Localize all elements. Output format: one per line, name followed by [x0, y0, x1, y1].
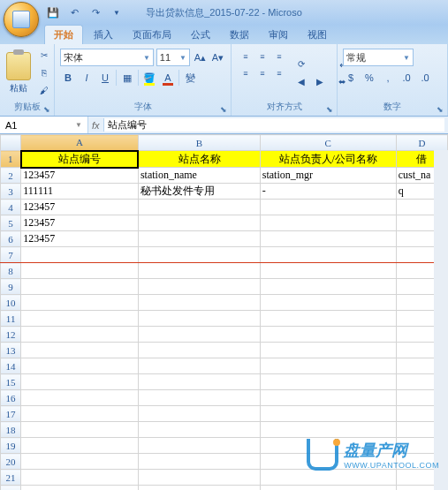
row-header[interactable]: 10	[1, 295, 21, 311]
percent-format-icon[interactable]: %	[361, 69, 377, 87]
cell[interactable]	[260, 279, 396, 295]
cell[interactable]	[21, 263, 139, 279]
cell[interactable]: 秘书处发件专用	[138, 184, 260, 200]
cell[interactable]	[21, 422, 139, 438]
cell[interactable]	[138, 390, 260, 406]
cell[interactable]	[21, 279, 139, 295]
number-format-combo[interactable]: 常规▼	[343, 49, 414, 66]
cell[interactable]	[260, 263, 396, 279]
row-header[interactable]: 16	[1, 390, 21, 406]
row-header[interactable]: 14	[1, 358, 21, 374]
tab-review[interactable]: 审阅	[260, 26, 297, 44]
number-launcher-icon[interactable]: ⬊	[435, 104, 445, 115]
orientation-icon[interactable]: ⟳	[293, 57, 309, 72]
cell[interactable]	[21, 406, 139, 422]
cell[interactable]	[21, 295, 139, 311]
cell[interactable]: station_mgr	[260, 168, 396, 184]
cell[interactable]: station_name	[138, 168, 260, 184]
tab-home[interactable]: 开始	[44, 25, 83, 44]
row-header[interactable]: 18	[1, 422, 21, 438]
cell[interactable]	[260, 247, 396, 263]
header-cell[interactable]: 站点负责人/公司名称	[260, 151, 396, 168]
tab-insert[interactable]: 插入	[85, 26, 122, 44]
bold-button[interactable]: B	[60, 69, 76, 87]
col-header-A[interactable]: A	[21, 135, 139, 151]
cell[interactable]: 123457	[21, 168, 139, 184]
cell[interactable]	[260, 358, 396, 374]
save-icon[interactable]: 💾	[44, 4, 62, 21]
cell[interactable]	[138, 327, 260, 343]
select-all-corner[interactable]	[1, 135, 21, 151]
tab-formulas[interactable]: 公式	[182, 26, 219, 44]
spreadsheet-grid[interactable]: ABCD1站点编号站点名称站点负责人/公司名称借2123457station_n…	[0, 134, 448, 490]
font-launcher-icon[interactable]: ⬊	[218, 104, 229, 115]
align-left-icon[interactable]: ≡	[238, 65, 254, 81]
undo-icon[interactable]: ↶	[65, 4, 83, 21]
row-header[interactable]: 3	[1, 184, 21, 200]
phonetic-button[interactable]: 變	[182, 69, 198, 87]
row-header[interactable]: 15	[1, 374, 21, 390]
row-header[interactable]: 21	[1, 470, 21, 486]
row-header[interactable]: 11	[1, 311, 21, 327]
cell[interactable]	[260, 486, 396, 491]
cell[interactable]: -	[260, 184, 396, 200]
tab-view[interactable]: 视图	[299, 26, 336, 44]
cell[interactable]	[138, 279, 260, 295]
cell[interactable]	[138, 486, 260, 491]
clipboard-launcher-icon[interactable]: ⬊	[42, 104, 52, 115]
decrease-indent-icon[interactable]: ◀	[293, 74, 309, 90]
row-header[interactable]: 22	[1, 486, 21, 491]
cell[interactable]	[21, 327, 139, 343]
cell[interactable]: 111111	[21, 184, 139, 200]
copy-icon[interactable]: ⎘	[36, 65, 52, 81]
cell[interactable]	[138, 438, 260, 454]
row-header[interactable]: 19	[1, 438, 21, 454]
fx-icon[interactable]: fx	[92, 120, 100, 131]
row-header[interactable]: 4	[1, 200, 21, 215]
cell[interactable]	[260, 422, 396, 438]
font-name-combo[interactable]: 宋体▼	[60, 49, 154, 66]
formula-bar[interactable]: 站点编号	[103, 118, 444, 132]
cell[interactable]	[260, 470, 396, 486]
cell[interactable]	[138, 231, 260, 247]
cell[interactable]	[21, 247, 139, 263]
align-top-icon[interactable]: ≡	[238, 49, 254, 64]
cell[interactable]	[260, 295, 396, 311]
align-right-icon[interactable]: ≡	[271, 65, 287, 81]
office-button[interactable]	[4, 2, 39, 37]
cell[interactable]	[21, 454, 139, 470]
cell[interactable]	[260, 327, 396, 343]
cell[interactable]	[260, 215, 396, 231]
cell[interactable]	[260, 311, 396, 327]
cell[interactable]	[260, 390, 396, 406]
row-header[interactable]: 20	[1, 454, 21, 470]
row-header[interactable]: 9	[1, 279, 21, 295]
cell[interactable]	[21, 438, 139, 454]
cell[interactable]	[138, 295, 260, 311]
cell[interactable]	[138, 247, 260, 263]
cell[interactable]	[21, 470, 139, 486]
cell[interactable]	[138, 311, 260, 327]
col-header-C[interactable]: C	[260, 135, 396, 151]
col-header-D[interactable]: D	[396, 135, 447, 151]
cell[interactable]	[21, 374, 139, 390]
cell[interactable]	[260, 200, 396, 215]
cell[interactable]	[138, 263, 260, 279]
header-cell[interactable]: 站点名称	[138, 151, 260, 168]
row-header[interactable]: 1	[1, 151, 21, 168]
cut-icon[interactable]: ✂	[36, 48, 52, 64]
cell[interactable]	[21, 486, 139, 491]
cell[interactable]	[138, 358, 260, 374]
format-painter-icon[interactable]: 🖌	[36, 83, 52, 99]
cell[interactable]	[138, 422, 260, 438]
row-header[interactable]: 13	[1, 343, 21, 358]
row-header[interactable]: 17	[1, 406, 21, 422]
redo-icon[interactable]: ↷	[87, 4, 104, 21]
cell[interactable]	[21, 358, 139, 374]
cell[interactable]	[260, 406, 396, 422]
cell[interactable]	[260, 231, 396, 247]
tab-page-layout[interactable]: 页面布局	[124, 26, 180, 44]
cell[interactable]: 123457	[21, 200, 139, 215]
italic-button[interactable]: I	[79, 69, 95, 87]
alignment-launcher-icon[interactable]: ⬊	[324, 104, 335, 115]
